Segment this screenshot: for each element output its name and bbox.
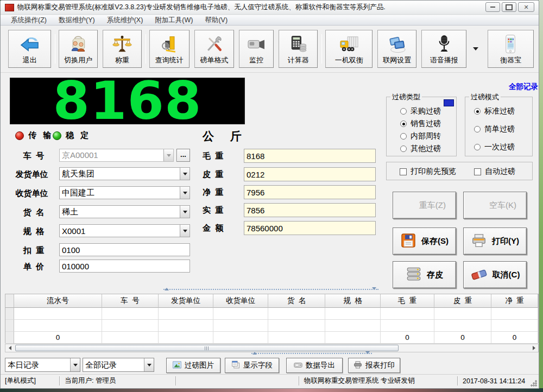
toolbar-monitor-button[interactable]: 监控 xyxy=(239,30,274,68)
menu-system-maint[interactable]: 系统维护(X) xyxy=(102,15,148,26)
cell xyxy=(159,320,213,332)
radio-standard-weigh[interactable]: 标准过磅 xyxy=(474,106,515,116)
maximize-button[interactable] xyxy=(502,2,516,12)
print-button[interactable]: 打印(Y) xyxy=(463,227,527,255)
receiver-combobox[interactable] xyxy=(59,186,190,199)
deduct-weight-input[interactable] xyxy=(59,243,190,256)
data-export-button[interactable]: 数据导出 xyxy=(286,358,343,373)
resize-grip[interactable] xyxy=(530,380,537,387)
toolbar-ticket-format-button[interactable]: 磅单格式 xyxy=(194,30,235,68)
receiver-value[interactable] xyxy=(60,187,180,199)
col-gross[interactable]: 毛 重 xyxy=(381,294,434,308)
weigh-photo-button[interactable]: 过磅图片 xyxy=(166,358,220,373)
table-row[interactable] xyxy=(5,320,538,332)
radio-sales-weigh[interactable]: 销售过磅 xyxy=(400,119,441,129)
receiver-dropdown-arrow[interactable] xyxy=(180,187,190,199)
scrollbar-thumb[interactable] xyxy=(15,345,399,351)
toolbar-network-settings-button[interactable]: 联网设置 xyxy=(377,30,416,68)
filter-range-dropdown-arrow[interactable] xyxy=(70,358,80,371)
col-tare[interactable]: 皮 重 xyxy=(434,294,491,308)
filter-range-value[interactable] xyxy=(5,358,70,371)
toolbar-separator xyxy=(321,34,322,64)
toolbar-exit-button[interactable]: 退出 xyxy=(8,30,51,68)
goods-combobox[interactable] xyxy=(59,205,190,218)
filter-scope-dropdown-arrow[interactable] xyxy=(144,358,154,371)
tare-weight-field[interactable] xyxy=(244,167,376,181)
cell xyxy=(491,308,538,320)
actual-weight-field[interactable] xyxy=(244,203,376,217)
spec-value[interactable] xyxy=(60,225,180,237)
radio-simple-weigh[interactable]: 简单过磅 xyxy=(474,124,515,134)
toolbar-dual-scale-button[interactable]: 一机双衡 xyxy=(325,30,372,68)
gross-weight-field[interactable] xyxy=(244,149,376,163)
voice-broadcast-dropdown[interactable] xyxy=(471,30,479,68)
radio-purchase-weigh[interactable]: 采购过磅 xyxy=(400,106,441,116)
menu-data-maint[interactable]: 数据维护(Y) xyxy=(54,15,100,26)
auto-weigh-checkbox[interactable]: 自动过磅 xyxy=(474,167,515,176)
sender-value[interactable] xyxy=(60,168,180,180)
radio-label: 一次过磅 xyxy=(484,142,515,152)
store-tare-button[interactable]: 存皮 xyxy=(393,261,456,288)
stable-indicator: 稳 定 xyxy=(53,130,91,141)
net-weight-field[interactable] xyxy=(244,185,376,199)
report-print-button[interactable]: 报表打印 xyxy=(348,358,400,373)
col-receiver[interactable]: 收货单位 xyxy=(213,294,268,308)
filter-range-combobox[interactable] xyxy=(5,358,80,372)
menu-system-ops[interactable]: 系统操作(Z) xyxy=(6,15,52,26)
cancel-button[interactable]: 取消(C) xyxy=(463,261,527,288)
toolbar-voice-broadcast-button[interactable]: 语音播报 xyxy=(421,30,466,68)
export-icon xyxy=(294,362,302,370)
toolbar-switch-user-button[interactable]: 切换用户 xyxy=(59,30,98,68)
heavy-vehicle-label: 重车(Z) xyxy=(419,200,446,211)
toolbar-query-stats-button[interactable]: 查询统计 xyxy=(149,30,190,68)
menu-help[interactable]: 帮助(V) xyxy=(200,15,232,26)
cell xyxy=(381,320,434,332)
radio-internal-transfer[interactable]: 内部周转 xyxy=(400,131,441,141)
sender-dropdown-arrow[interactable] xyxy=(180,168,190,180)
all-records-link[interactable]: 全部记录 xyxy=(1,82,538,92)
status-separator xyxy=(175,376,176,385)
vehicle-no-dropdown-arrow[interactable] xyxy=(163,149,173,161)
filter-scope-combobox[interactable] xyxy=(83,358,154,372)
amount-field[interactable] xyxy=(244,221,376,235)
col-sender[interactable]: 发货单位 xyxy=(159,294,213,308)
col-net[interactable]: 净 重 xyxy=(491,294,538,308)
splitter-handle-bottom[interactable] xyxy=(251,353,372,356)
toolbar-calculator-button[interactable]: 计算器 xyxy=(279,30,318,68)
heavy-vehicle-button[interactable]: 重车(Z) xyxy=(393,192,456,219)
radio-icon xyxy=(400,133,407,140)
scroll-left-arrow[interactable] xyxy=(5,344,14,352)
spec-label: 规 格 xyxy=(11,226,56,237)
table-horizontal-scrollbar[interactable] xyxy=(5,344,539,352)
unit-price-input[interactable] xyxy=(59,260,190,273)
filter-scope-value[interactable] xyxy=(83,358,144,371)
splitter-handle-top[interactable] xyxy=(163,289,378,292)
spec-dropdown-arrow[interactable] xyxy=(180,225,190,237)
radio-other-weigh[interactable]: 其他过磅 xyxy=(400,144,441,154)
vehicle-no-combobox[interactable] xyxy=(59,149,174,162)
col-vehicle[interactable]: 车 号 xyxy=(102,294,159,308)
col-goods[interactable]: 货 名 xyxy=(268,294,325,308)
minimize-button[interactable] xyxy=(485,2,500,12)
preview-before-print-checkbox[interactable]: 打印前先预览 xyxy=(400,167,456,176)
goods-dropdown-arrow[interactable] xyxy=(180,206,190,218)
radio-onetime-weigh[interactable]: 一次过磅 xyxy=(474,142,515,152)
toolbar-network-settings-label: 联网设置 xyxy=(383,55,411,65)
table-row[interactable] xyxy=(5,308,538,320)
menu-extra-tools[interactable]: 附加工具(W) xyxy=(150,15,198,26)
scroll-right-arrow[interactable] xyxy=(529,344,538,352)
empty-vehicle-button[interactable]: 空车(K) xyxy=(463,192,527,219)
display-fields-button[interactable]: 显示字段 xyxy=(225,358,279,373)
col-spec[interactable]: 规 格 xyxy=(325,294,381,308)
sender-combobox[interactable] xyxy=(59,167,190,180)
toolbar-scale-app-button[interactable]: 衡器宝 xyxy=(488,30,534,68)
save-button[interactable]: 保存(S) xyxy=(393,227,456,255)
vehicle-no-value[interactable] xyxy=(60,149,163,161)
vehicle-more-button[interactable]: ... xyxy=(176,149,190,162)
spec-combobox[interactable] xyxy=(59,224,190,237)
summary-net: 0 xyxy=(491,332,538,344)
close-button[interactable] xyxy=(518,2,534,12)
toolbar-weigh-button[interactable]: 称重 xyxy=(103,30,142,68)
goods-value[interactable] xyxy=(60,206,180,218)
col-serial[interactable]: 流水号 xyxy=(14,294,102,308)
